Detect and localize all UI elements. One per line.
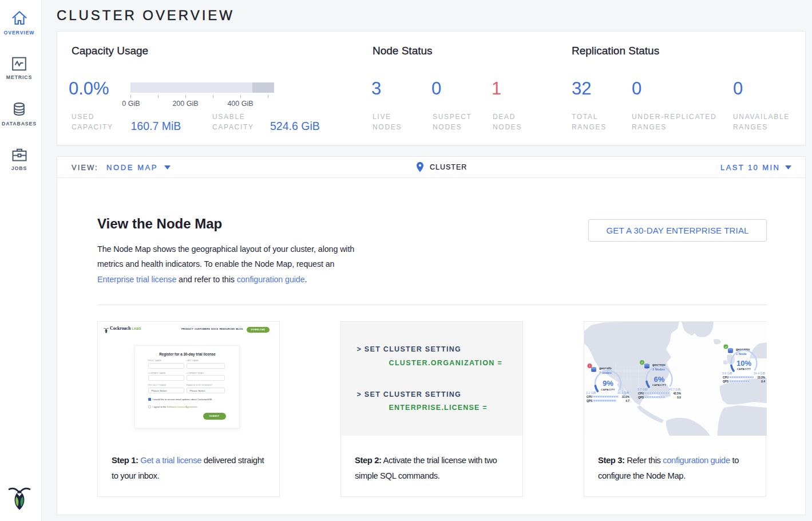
svg-text:43.7 GiB: 43.7 GiB (669, 388, 681, 391)
svg-text:3.7 GiB: 3.7 GiB (637, 388, 648, 391)
svg-text:9%: 9% (603, 379, 613, 388)
svg-text:CPU: CPU (587, 396, 593, 398)
svg-text:10%: 10% (736, 359, 751, 368)
svg-text:11.0%: 11.0% (622, 396, 630, 398)
svg-text:CAPACITY: CAPACITY (737, 368, 751, 370)
svg-text:34.4 GiB: 34.4 GiB (754, 372, 766, 375)
svg-text:geo=sfo: geo=sfo (599, 366, 612, 370)
svg-text:QPS: QPS (723, 380, 729, 383)
svg-text:13.3%: 13.3% (757, 376, 765, 379)
svg-text:QPS: QPS (587, 400, 593, 402)
svg-text:✓: ✓ (724, 345, 727, 349)
svg-text:CPU: CPU (638, 392, 644, 395)
svg-text:CPU: CPU (723, 376, 729, 379)
svg-text:QPS: QPS (638, 396, 644, 399)
svg-text:3.6 GiB: 3.6 GiB (722, 372, 732, 375)
svg-text:0.4: 0.4 (761, 380, 765, 383)
svg-text:3.2 GiB: 3.2 GiB (586, 391, 596, 394)
svg-text:CAPACITY: CAPACITY (652, 384, 667, 386)
svg-text:4.7: 4.7 (625, 400, 629, 402)
svg-text:35.1 GiB: 35.1 GiB (617, 391, 629, 394)
svg-text:0.0: 0.0 (677, 396, 681, 399)
svg-text:6%: 6% (654, 375, 665, 384)
svg-text:✓: ✓ (641, 361, 643, 364)
svg-text:42.5%: 42.5% (673, 392, 681, 395)
svg-text:CAPACITY: CAPACITY (601, 388, 615, 391)
